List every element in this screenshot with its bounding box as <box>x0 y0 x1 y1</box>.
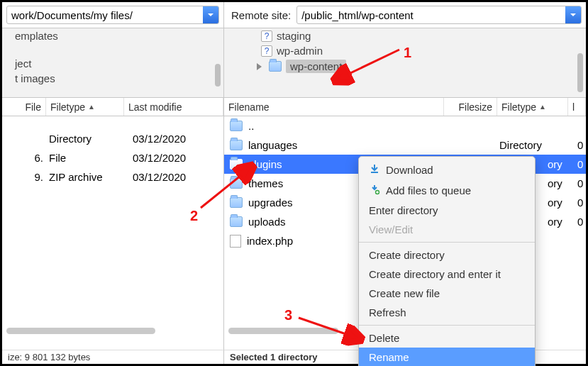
local-path-text: work/Documents/my files/ <box>11 9 133 21</box>
file-icon <box>230 235 241 248</box>
list-row[interactable]: Directory 03/12/2020 <box>2 129 223 148</box>
col-filename[interactable]: Filename <box>224 98 444 116</box>
menu-refresh[interactable]: Refresh <box>359 303 535 322</box>
local-path-cell: work/Documents/my files/ <box>2 2 224 28</box>
local-file-list[interactable]: Directory 03/12/2020 6. File 03/12/2020 … <box>2 116 224 350</box>
folder-icon <box>230 178 243 189</box>
remote-path-label: Remote site: <box>228 9 291 21</box>
list-row[interactable]: 6. File 03/12/2020 <box>2 148 223 167</box>
col-modified[interactable]: Last modifie <box>124 98 223 116</box>
sort-asc-icon: ▲ <box>539 103 546 111</box>
menu-create-file[interactable]: Create new file <box>359 284 535 303</box>
menu-create-directory-enter[interactable]: Create directory and enter it <box>359 265 535 284</box>
folder-icon <box>230 216 243 227</box>
sort-asc-icon: ▲ <box>88 103 95 111</box>
folder-icon <box>230 197 243 208</box>
remote-path-combo[interactable]: /public_html/wp-content <box>296 6 582 24</box>
local-status: ize: 9 801 132 bytes <box>2 350 224 364</box>
tree-item-label: wp-content <box>286 60 346 73</box>
scrollbar-thumb[interactable] <box>577 53 583 92</box>
remote-path-cell: Remote site: /public_html/wp-content <box>224 2 586 28</box>
col-filesize[interactable]: Filesize <box>444 98 497 116</box>
col-filetype[interactable]: Filetype▲ <box>497 98 568 116</box>
tree-item-wp-content[interactable]: wp-content <box>224 58 586 74</box>
menu-rename[interactable]: Rename <box>359 348 535 366</box>
menu-create-directory[interactable]: Create directory <box>359 245 535 265</box>
folder-icon <box>230 159 243 170</box>
tree-item-staging[interactable]: ? staging <box>224 28 586 43</box>
scrollbar-thumb[interactable] <box>228 328 338 334</box>
chevron-down-icon[interactable] <box>565 6 581 23</box>
col-file[interactable]: File <box>2 98 46 116</box>
scrollbar-thumb[interactable] <box>215 64 221 87</box>
menu-download[interactable]: Download <box>359 160 535 180</box>
tree-item[interactable]: ject <box>2 56 223 71</box>
unknown-icon: ? <box>261 30 272 42</box>
unknown-icon: ? <box>261 45 272 57</box>
folder-icon <box>230 121 243 131</box>
path-bar: work/Documents/my files/ Remote site: /p… <box>2 2 586 28</box>
list-row[interactable]: 9. ZIP archive 03/12/2020 <box>2 167 223 187</box>
local-path-combo[interactable]: work/Documents/my files/ <box>6 6 219 24</box>
folder-icon <box>230 140 243 150</box>
col-filetype[interactable]: Filetype▲ <box>46 98 124 116</box>
tree-item[interactable]: emplates <box>2 28 223 43</box>
add-queue-icon <box>369 184 380 197</box>
scrollbar-thumb[interactable] <box>6 328 155 334</box>
download-icon <box>369 163 380 177</box>
local-tree[interactable]: emplates ject t images <box>2 28 224 98</box>
local-columns: File Filetype▲ Last modifie <box>2 98 224 116</box>
remote-columns: Filename Filesize Filetype▲ l <box>224 98 586 116</box>
folder-icon <box>269 61 282 72</box>
remote-tree[interactable]: ? staging ? wp-admin wp-content <box>224 28 586 98</box>
menu-delete[interactable]: Delete <box>359 328 535 348</box>
col-last[interactable]: l <box>568 98 586 116</box>
tree-item[interactable]: t images <box>2 71 223 86</box>
remote-path-text: /public_html/wp-content <box>301 9 414 21</box>
menu-view-edit: View/Edit <box>359 220 535 239</box>
menu-enter-directory[interactable]: Enter directory <box>359 201 535 220</box>
list-row-parent[interactable]: .. <box>224 116 586 135</box>
context-menu: Download Add files to queue Enter direct… <box>358 156 536 366</box>
chevron-down-icon[interactable] <box>203 6 218 23</box>
menu-add-queue[interactable]: Add files to queue <box>359 180 535 201</box>
list-row[interactable]: languages Directory 0 <box>224 135 586 155</box>
disclosure-triangle-icon[interactable] <box>257 63 262 70</box>
tree-item-wp-admin[interactable]: ? wp-admin <box>224 43 586 58</box>
svg-rect-0 <box>371 172 378 173</box>
